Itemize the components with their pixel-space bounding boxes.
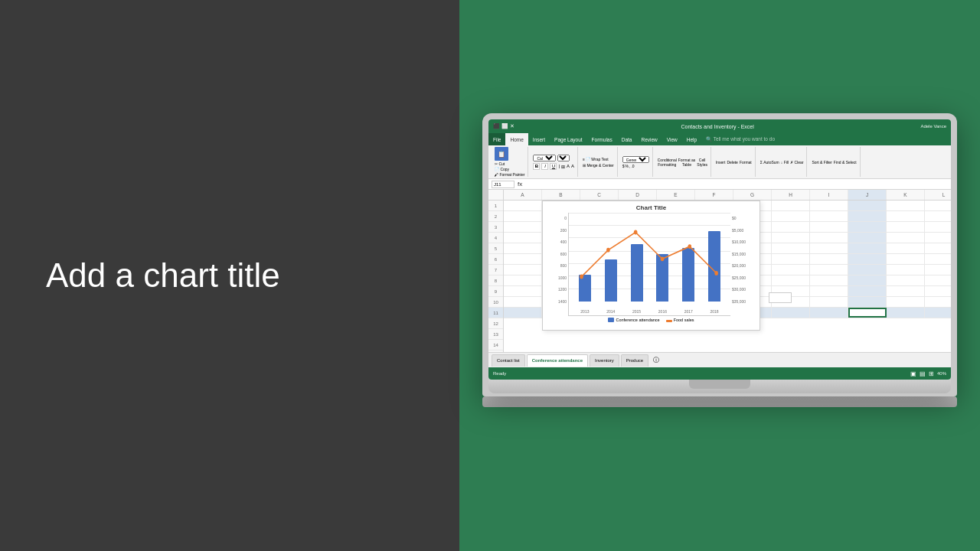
excel-window-controls: ⬛ ⬜ ✕ bbox=[493, 123, 514, 129]
excel-title: Contacts and Inventory - Excel bbox=[514, 124, 921, 129]
legend-attendance-label: Conference attendance bbox=[616, 318, 659, 322]
paste-button[interactable]: 📋 bbox=[495, 147, 508, 161]
tab-home[interactable]: Home bbox=[505, 133, 528, 145]
copy-button[interactable]: 📄 Copy bbox=[495, 167, 509, 171]
col-b: B bbox=[542, 190, 580, 200]
y-right-25000: $25,000 bbox=[732, 276, 746, 280]
add-sheet-button[interactable]: ⓘ bbox=[650, 356, 662, 364]
x-label-2018: 2018 bbox=[710, 309, 718, 314]
tab-view[interactable]: View bbox=[662, 133, 682, 145]
y-right-10000: $10,000 bbox=[732, 240, 746, 244]
cell-l1[interactable] bbox=[925, 201, 951, 210]
view-layout-icon[interactable]: ▤ bbox=[920, 370, 926, 377]
selected-cell-indicator bbox=[769, 292, 792, 303]
tab-file[interactable]: File bbox=[488, 133, 505, 145]
sheet-tab-inventory[interactable]: Inventory bbox=[590, 354, 619, 367]
autosum-button[interactable]: Σ AutoSum bbox=[760, 160, 779, 165]
cell-a3[interactable] bbox=[504, 222, 542, 232]
bar-2014 bbox=[605, 259, 617, 302]
comma-button[interactable]: , bbox=[629, 164, 630, 168]
delete-button[interactable]: Delete bbox=[727, 160, 737, 165]
cell-j1[interactable] bbox=[848, 201, 887, 210]
cell-j2[interactable] bbox=[848, 211, 887, 221]
sort-filter-button[interactable]: Sort & Filter bbox=[812, 160, 831, 165]
sheet-tab-conference-attendance[interactable]: Conference attendance bbox=[527, 354, 588, 367]
cell-j3[interactable] bbox=[848, 222, 887, 232]
insert-button[interactable]: Insert bbox=[716, 160, 726, 165]
laptop-bottom bbox=[482, 396, 957, 407]
cell-h3[interactable] bbox=[772, 222, 810, 232]
col-d: D bbox=[619, 190, 657, 200]
cell-k2[interactable] bbox=[887, 211, 925, 221]
laptop-screen: ⬛ ⬜ ✕ Contacts and Inventory - Excel Ade… bbox=[488, 119, 951, 380]
cell-k3[interactable] bbox=[887, 222, 925, 232]
active-cell-j11[interactable] bbox=[848, 308, 887, 318]
x-label-2016: 2016 bbox=[658, 309, 667, 314]
sheet-tab-contact-list[interactable]: Contact list bbox=[492, 354, 525, 367]
bar-2014-attendance bbox=[605, 259, 617, 302]
clear-button[interactable]: ✗ Clear bbox=[790, 160, 803, 165]
row-headers: 1 2 3 4 5 6 7 8 9 10 11 bbox=[488, 190, 504, 352]
tab-pagelayout[interactable]: Page Layout bbox=[550, 133, 587, 145]
number-format-select[interactable]: General bbox=[622, 156, 649, 163]
tab-data[interactable]: Data bbox=[617, 133, 637, 145]
italic-button[interactable]: I bbox=[541, 163, 548, 170]
cell-a4[interactable] bbox=[504, 233, 542, 243]
spreadsheet-grid: A B C D E F G H I J bbox=[504, 190, 951, 352]
legend-attendance-color bbox=[608, 318, 614, 322]
cell-k1[interactable] bbox=[887, 201, 925, 210]
name-box[interactable] bbox=[492, 181, 514, 188]
tab-formulas[interactable]: Formulas bbox=[587, 133, 617, 145]
fill-button[interactable]: ↓ Fill bbox=[781, 160, 789, 165]
tab-insert[interactable]: Insert bbox=[528, 133, 550, 145]
bold-button[interactable]: B bbox=[533, 163, 540, 170]
view-normal-icon[interactable]: ▣ bbox=[910, 370, 916, 377]
increase-decimal-button[interactable]: .0 bbox=[631, 164, 634, 168]
format-painter-button[interactable]: 🖌 Format Painter bbox=[495, 172, 524, 177]
tab-help[interactable]: Help bbox=[682, 133, 701, 145]
cell-styles-button[interactable]: CellStyles bbox=[697, 158, 707, 167]
chart-title[interactable]: Chart Title bbox=[543, 201, 760, 213]
currency-button[interactable]: $ bbox=[622, 164, 625, 168]
ribbon-group-styles: ConditionalFormatting Format asTable Cel… bbox=[655, 147, 711, 177]
y-label-600: 600 bbox=[560, 252, 567, 256]
excel-chart[interactable]: Chart Title 1400 1200 1000 800 bbox=[542, 201, 760, 331]
cut-button[interactable]: ✂ Cut bbox=[495, 161, 505, 166]
sheet-tab-produce[interactable]: Produce bbox=[621, 354, 648, 367]
align-top-button[interactable]: ≡ bbox=[583, 157, 585, 161]
row-15: 15 bbox=[488, 350, 503, 352]
cell-h1[interactable] bbox=[772, 201, 810, 210]
merge-center-button[interactable]: ⊞ Merge & Center bbox=[583, 163, 614, 168]
cell-h2[interactable] bbox=[772, 211, 810, 221]
underline-button[interactable]: U bbox=[550, 163, 557, 170]
cell-a1[interactable] bbox=[504, 201, 542, 210]
row-13: 13 bbox=[488, 329, 503, 340]
tab-review[interactable]: Review bbox=[636, 133, 662, 145]
excel-user: Adele Vance bbox=[920, 124, 946, 129]
format-as-table-button[interactable]: Format asTable bbox=[678, 158, 696, 167]
font-family-select[interactable]: Calibri bbox=[533, 155, 556, 161]
ribbon-content: 📋 ✂ Cut 📄 Copy 🖌 Format Painter bbox=[488, 145, 951, 179]
cell-a2[interactable] bbox=[504, 211, 542, 221]
borders-button[interactable]: ⊞ bbox=[561, 164, 565, 169]
font-size-select[interactable]: 11 bbox=[557, 155, 570, 161]
col-a: A bbox=[504, 190, 542, 200]
y-label-1200: 1200 bbox=[558, 287, 567, 292]
chart-plot: 2013 2014 2015 2016 2017 2018 bbox=[568, 213, 730, 316]
view-break-icon[interactable]: ⊞ bbox=[929, 370, 934, 377]
find-select-button[interactable]: Find & Select bbox=[834, 160, 857, 165]
tab-search[interactable]: 🔍 Tell me what you want to do bbox=[701, 133, 779, 145]
percent-button[interactable]: % bbox=[626, 164, 629, 168]
conditional-formatting-button[interactable]: ConditionalFormatting bbox=[658, 158, 677, 167]
format-button[interactable]: Format bbox=[740, 160, 752, 165]
cell-i3[interactable] bbox=[810, 222, 848, 232]
fill-color-button[interactable]: A bbox=[567, 164, 570, 168]
bar-2016 bbox=[656, 254, 668, 302]
cell-i1[interactable] bbox=[810, 201, 848, 210]
cell-l3[interactable] bbox=[925, 222, 951, 232]
ribbon-group-find: Sort & Filter Find & Select bbox=[808, 147, 860, 177]
wrap-text-button[interactable]: 📄 Wrap Text bbox=[586, 157, 609, 161]
cell-i2[interactable] bbox=[810, 211, 848, 221]
font-color-button[interactable]: A bbox=[571, 164, 574, 168]
cell-l2[interactable] bbox=[925, 211, 951, 221]
